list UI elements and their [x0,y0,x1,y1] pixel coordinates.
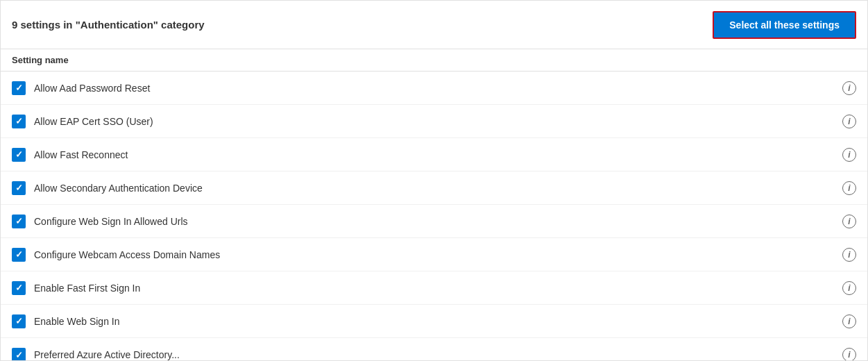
info-icon-5[interactable]: i [842,215,856,228]
checkbox-6[interactable] [12,248,26,262]
checkbox-2[interactable] [12,115,26,128]
select-all-button[interactable]: Select all these settings [713,11,856,39]
list-item: Enable Fast First Sign Ini [1,271,867,305]
list-item: Enable Web Sign Ini [1,305,867,338]
setting-label-8: Enable Web Sign In [34,316,120,327]
info-icon-1[interactable]: i [842,81,856,95]
item-left-8: Enable Web Sign In [12,314,120,328]
info-icon-4[interactable]: i [842,181,856,195]
column-header-setting-name: Setting name [1,49,867,72]
setting-label-2: Allow EAP Cert SSO (User) [34,116,153,127]
checkbox-4[interactable] [12,181,26,195]
main-container: 9 settings in "Authentication" category … [0,0,868,361]
checkbox-7[interactable] [12,281,26,295]
list-item: Allow Aad Password Reseti [1,72,867,105]
checkbox-1[interactable] [12,81,26,95]
setting-label-4: Allow Secondary Authentication Device [34,183,203,194]
checkbox-3[interactable] [12,148,26,162]
settings-list: Allow Aad Password ResetiAllow EAP Cert … [1,72,867,360]
list-item: Configure Webcam Access Domain Namesi [1,238,867,271]
header-row: 9 settings in "Authentication" category … [1,1,867,49]
item-left-2: Allow EAP Cert SSO (User) [12,115,153,128]
info-icon-2[interactable]: i [842,115,856,128]
setting-label-1: Allow Aad Password Reset [34,83,150,94]
checkbox-9[interactable] [12,348,26,360]
list-item: Allow EAP Cert SSO (User)i [1,105,867,138]
setting-label-9: Preferred Azure Active Directory... [34,349,180,360]
item-left-4: Allow Secondary Authentication Device [12,181,203,195]
list-item: Allow Fast Reconnecti [1,138,867,171]
info-icon-7[interactable]: i [842,281,856,295]
info-icon-9[interactable]: i [842,348,856,360]
list-item: Allow Secondary Authentication Devicei [1,171,867,205]
item-left-6: Configure Webcam Access Domain Names [12,248,220,262]
item-left-1: Allow Aad Password Reset [12,81,150,95]
item-left-7: Enable Fast First Sign In [12,281,140,295]
info-icon-6[interactable]: i [842,248,856,262]
item-left-5: Configure Web Sign In Allowed Urls [12,215,188,228]
info-icon-8[interactable]: i [842,314,856,328]
setting-label-5: Configure Web Sign In Allowed Urls [34,216,188,227]
item-left-3: Allow Fast Reconnect [12,148,128,162]
page-title: 9 settings in "Authentication" category [12,19,205,31]
item-left-9: Preferred Azure Active Directory... [12,348,180,360]
setting-label-7: Enable Fast First Sign In [34,283,140,294]
list-item: Preferred Azure Active Directory...i [1,338,867,360]
setting-label-6: Configure Webcam Access Domain Names [34,249,220,260]
info-icon-3[interactable]: i [842,148,856,162]
list-item: Configure Web Sign In Allowed Urlsi [1,205,867,238]
setting-label-3: Allow Fast Reconnect [34,149,128,160]
checkbox-8[interactable] [12,314,26,328]
checkbox-5[interactable] [12,215,26,228]
